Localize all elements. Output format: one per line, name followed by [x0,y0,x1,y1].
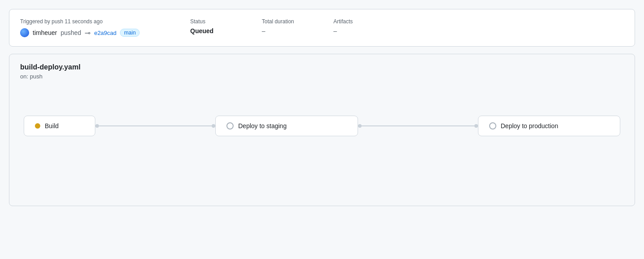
connector-dot-right-1 [212,124,215,128]
artifacts-meta: Artifacts – [333,18,405,35]
trigger-details: timheuer pushed ⊸ e2a9cad main [20,28,190,37]
avatar [20,28,29,37]
status-label: Status [190,18,262,25]
connector-1 [95,124,215,128]
connector-dot-left-1 [95,124,99,128]
trigger-card: Triggered by push 11 seconds ago timheue… [9,9,635,47]
production-job[interactable]: Deploy to production [478,116,620,136]
staging-status-dot [226,122,234,130]
workflow-subtitle: on: push [20,73,624,80]
staging-job[interactable]: Deploy to staging [215,116,358,136]
action-label: pushed [60,29,81,36]
connector-2 [358,124,478,128]
status-meta: Status Queued [190,18,262,35]
username[interactable]: timheuer [33,29,57,36]
trigger-info: Triggered by push 11 seconds ago timheue… [20,18,190,37]
artifacts-label: Artifacts [333,18,405,25]
commit-icon: ⊸ [85,29,90,37]
duration-value: – [262,27,333,35]
status-value: Queued [190,27,262,35]
meta-section: Status Queued Total duration – Artifacts… [190,18,405,35]
staging-job-label: Deploy to staging [238,122,286,130]
connector-line-1 [99,125,212,126]
production-job-label: Deploy to production [501,122,558,130]
build-status-dot [35,123,40,129]
duration-label: Total duration [262,18,333,25]
branch-badge[interactable]: main [120,29,140,37]
workflow-title: build-deploy.yaml [20,63,624,71]
duration-meta: Total duration – [262,18,333,35]
workflow-card: build-deploy.yaml on: push Build Deploy … [9,54,635,206]
artifacts-value: – [333,27,405,35]
trigger-label: Triggered by push 11 seconds ago [20,18,190,25]
build-job[interactable]: Build [24,116,95,136]
build-job-label: Build [45,122,59,130]
connector-line-2 [362,125,474,126]
connector-dot-left-2 [358,124,362,128]
pipeline: Build Deploy to staging Deploy to produc… [20,116,624,136]
connector-dot-right-2 [474,124,478,128]
production-status-dot [489,122,496,130]
commit-hash-link[interactable]: e2a9cad [94,30,116,36]
